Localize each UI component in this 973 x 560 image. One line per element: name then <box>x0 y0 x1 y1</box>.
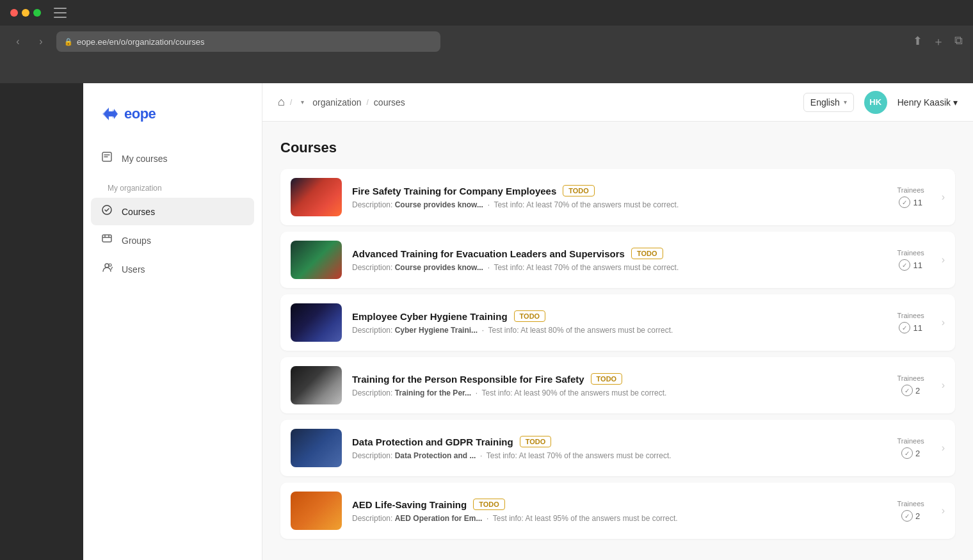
trainees-label-2: Trainees <box>897 249 924 257</box>
back-button[interactable]: ‹ <box>10 34 26 49</box>
course-item-6[interactable]: AED Life-Saving Training TODO Descriptio… <box>280 483 955 539</box>
logo: eope <box>99 102 246 125</box>
breadcrumb-sep-1: / <box>290 98 292 107</box>
course-item-1[interactable]: Fire Safety Training for Company Employe… <box>280 169 955 225</box>
course-meta-1: Description: Course provides know... · T… <box>352 200 885 209</box>
language-selector[interactable]: English ▾ <box>803 93 854 112</box>
todo-badge-2: TODO <box>631 248 663 259</box>
course-meta-4: Description: Training for the Per... · T… <box>352 388 885 397</box>
breadcrumb-courses[interactable]: courses <box>374 97 405 108</box>
course-title-row-3: Employee Cyber Hygiene Training TODO <box>352 310 885 322</box>
user-name[interactable]: Henry Kaasik ▾ <box>897 97 958 108</box>
course-title-row-1: Fire Safety Training for Company Employe… <box>352 185 885 196</box>
user-avatar: HK <box>864 91 887 114</box>
todo-badge-4: TODO <box>591 373 623 385</box>
course-title-3: Employee Cyber Hygiene Training <box>352 311 508 322</box>
svg-rect-2 <box>102 235 111 242</box>
language-label: English <box>810 97 840 108</box>
course-thumbnail-3 <box>291 303 342 342</box>
logo-text: eope <box>124 106 156 122</box>
trainees-number-2: 11 <box>913 260 922 270</box>
course-thumbnail-1 <box>291 178 342 216</box>
trainees-count-1: ✓ 11 <box>899 196 922 208</box>
check-circle-2: ✓ <box>899 259 910 271</box>
browser-toolbar-icons: ⬆ ＋ ⧉ <box>913 34 963 49</box>
sidebar-item-users[interactable]: Users <box>91 255 254 283</box>
logo-icon <box>99 102 122 125</box>
minimize-button[interactable] <box>22 9 29 17</box>
course-title-row-2: Advanced Training for Evacuation Leaders… <box>352 248 885 259</box>
course-chevron-3: › <box>942 317 945 328</box>
breadcrumb: ⌂ / ▾ organization / courses <box>278 95 803 109</box>
course-right-2: Trainees ✓ 11 <box>885 249 937 271</box>
check-circle-6: ✓ <box>901 510 913 522</box>
sidebar-nav: My courses My organization Courses <box>83 145 262 284</box>
course-title-2: Advanced Training for Evacuation Leaders… <box>352 248 625 259</box>
course-thumbnail-6 <box>291 492 342 530</box>
lock-icon: 🔒 <box>64 38 73 46</box>
my-courses-label: My courses <box>122 154 168 164</box>
course-info-4: Training for the Person Responsible for … <box>352 373 885 397</box>
course-title-5: Data Protection and GDPR Training <box>352 436 513 447</box>
close-button[interactable] <box>10 9 18 17</box>
trainees-label-6: Trainees <box>897 500 924 508</box>
course-right-6: Trainees ✓ 2 <box>885 500 937 522</box>
new-tab-icon[interactable]: ＋ <box>933 34 944 49</box>
home-icon[interactable]: ⌂ <box>278 95 285 109</box>
course-item-3[interactable]: Employee Cyber Hygiene Training TODO Des… <box>280 294 955 351</box>
sidebar-item-my-courses[interactable]: My courses <box>91 145 254 172</box>
language-chevron-icon: ▾ <box>844 99 847 106</box>
svg-point-3 <box>105 264 109 268</box>
todo-badge-3: TODO <box>514 310 546 322</box>
course-meta-6: Description: AED Operation for Em... · T… <box>352 514 885 523</box>
trainees-number-1: 11 <box>913 198 922 207</box>
sidebar-item-courses[interactable]: Courses <box>91 198 254 225</box>
course-thumbnail-2 <box>291 241 342 279</box>
trainees-count-4: ✓ 2 <box>901 385 920 396</box>
trainees-number-3: 11 <box>913 323 922 333</box>
sidebar-toggle-icon[interactable] <box>54 8 67 18</box>
browser-top-bar <box>0 0 973 26</box>
traffic-lights <box>10 9 41 17</box>
breadcrumb-dropdown-icon[interactable]: ▾ <box>297 97 307 108</box>
todo-badge-5: TODO <box>520 436 552 447</box>
course-thumbnail-5 <box>291 429 342 467</box>
course-right-4: Trainees ✓ 2 <box>885 374 937 396</box>
course-meta-3: Description: Cyber Hygiene Traini... · T… <box>352 326 885 335</box>
course-right-3: Trainees ✓ 11 <box>885 312 937 333</box>
courses-area: Courses Fire Safety Training for Company… <box>262 122 973 560</box>
course-chevron-2: › <box>942 254 945 266</box>
todo-badge-6: TODO <box>473 499 505 510</box>
check-circle-1: ✓ <box>899 196 910 208</box>
course-item-5[interactable]: Data Protection and GDPR Training TODO D… <box>280 420 955 476</box>
course-item-2[interactable]: Advanced Training for Evacuation Leaders… <box>280 232 955 288</box>
address-bar[interactable]: 🔒 eope.ee/en/o/organization/courses <box>56 31 440 52</box>
todo-badge-1: TODO <box>563 185 595 196</box>
tabs-icon[interactable]: ⧉ <box>954 34 963 49</box>
course-right-5: Trainees ✓ 2 <box>885 437 937 459</box>
trainees-count-3: ✓ 11 <box>899 322 922 333</box>
course-thumbnail-4 <box>291 366 342 404</box>
trainees-label-1: Trainees <box>897 186 924 194</box>
sidebar: eope My courses My organization <box>83 83 262 560</box>
share-icon[interactable]: ⬆ <box>913 34 922 49</box>
forward-button[interactable]: › <box>33 34 49 49</box>
maximize-button[interactable] <box>33 9 41 17</box>
sidebar-courses-label: Courses <box>122 207 155 217</box>
trainees-label-3: Trainees <box>897 312 924 319</box>
top-nav: ⌂ / ▾ organization / courses English ▾ H… <box>262 83 973 122</box>
course-title-6: AED Life-Saving Training <box>352 499 467 510</box>
app-container: eope My courses My organization <box>83 83 973 560</box>
breadcrumb-organization[interactable]: organization <box>312 97 361 108</box>
course-info-2: Advanced Training for Evacuation Leaders… <box>352 248 885 272</box>
course-item-4[interactable]: Training for the Person Responsible for … <box>280 357 955 413</box>
logo-area: eope <box>83 96 262 145</box>
check-circle-3: ✓ <box>899 322 910 333</box>
course-list: Fire Safety Training for Company Employe… <box>280 169 955 545</box>
trainees-number-5: 2 <box>915 449 920 458</box>
trainees-count-6: ✓ 2 <box>901 510 920 522</box>
url-text: eope.ee/en/o/organization/courses <box>77 37 204 47</box>
browser-toolbar: ‹ › 🔒 eope.ee/en/o/organization/courses … <box>0 26 973 58</box>
course-title-row-6: AED Life-Saving Training TODO <box>352 499 885 510</box>
sidebar-item-groups[interactable]: Groups <box>91 227 254 254</box>
